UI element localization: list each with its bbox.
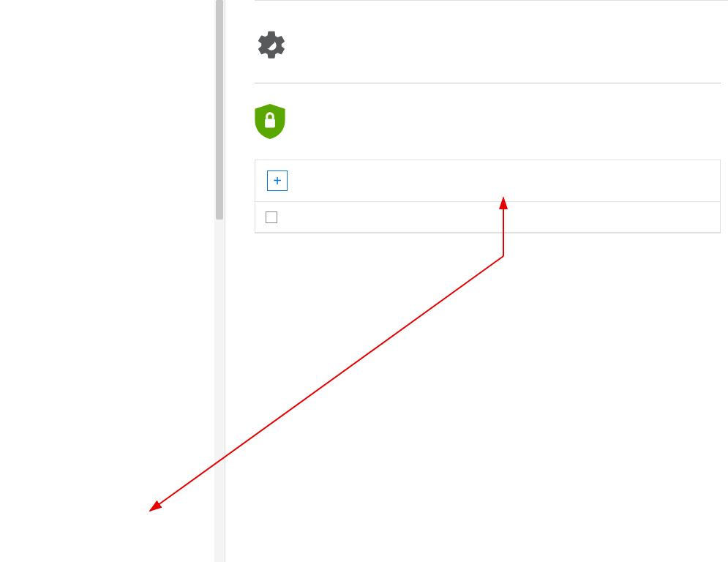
scrollbar-thumb[interactable] [216,0,223,220]
svg-rect-1 [265,119,275,128]
main-panel: + [225,0,728,562]
bindings-table [255,201,721,233]
sidebar-scrollbar[interactable] [214,0,225,562]
select-all-checkbox[interactable] [266,211,277,223]
sidebar [0,0,225,562]
bindings-description [255,148,721,160]
bindings-section-header [255,104,728,139]
shield-lock-icon [255,104,285,139]
protocol-section-header [255,29,728,62]
add-binding-row: + [255,160,721,201]
add-binding-button[interactable]: + [267,171,288,191]
table-header [255,202,720,233]
protocol-description [255,71,721,83]
gear-icon [255,29,288,62]
